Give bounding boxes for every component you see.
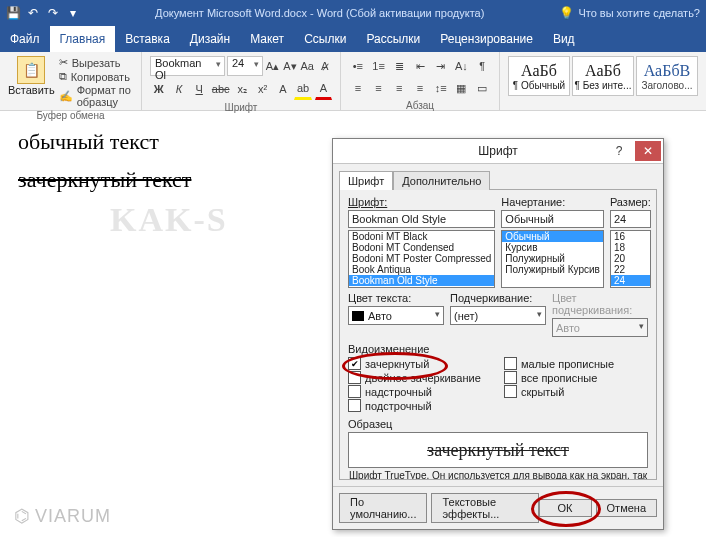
font-color-combo[interactable]: Авто	[348, 306, 444, 325]
list-item[interactable]: Курсив	[502, 242, 603, 253]
list-item[interactable]: Bodoni MT Poster Compressed	[349, 253, 494, 264]
list-item[interactable]: Book Antiqua	[349, 264, 494, 275]
dialog-close-icon[interactable]: ✕	[635, 141, 661, 161]
font-size-select[interactable]: 24	[227, 56, 263, 76]
font-name-list[interactable]: Bodoni MT Black Bodoni MT Condensed Bodo…	[348, 230, 495, 288]
text-effects-button[interactable]: Текстовые эффекты...	[431, 493, 538, 523]
font-size-list[interactable]: 16 18 20 22 24	[610, 230, 651, 288]
strike-button[interactable]: abc	[211, 79, 231, 99]
tell-me-label[interactable]: Что вы хотите сделать?	[578, 7, 700, 19]
chk-smallcaps[interactable]: малые прописные	[504, 357, 648, 370]
font-style-input[interactable]: Обычный	[501, 210, 604, 228]
text-effects-icon[interactable]: A	[274, 79, 291, 99]
copy-button[interactable]: ⧉Копировать	[59, 70, 133, 83]
list-item-selected[interactable]: Bookman Old Style	[349, 275, 494, 286]
cut-button[interactable]: ✂Вырезать	[59, 56, 133, 69]
checkbox-icon	[504, 371, 517, 384]
align-left-icon[interactable]: ≡	[349, 78, 367, 98]
default-button[interactable]: По умолчанию...	[339, 493, 427, 523]
underline-label: Подчеркивание:	[450, 292, 546, 304]
list-item-selected[interactable]: 24	[611, 275, 650, 286]
tab-view[interactable]: Вид	[543, 26, 585, 52]
inc-indent-icon[interactable]: ⇥	[432, 56, 450, 76]
list-item[interactable]: Полужирный	[502, 253, 603, 264]
watermark: KAK-S	[110, 201, 228, 239]
change-case-icon[interactable]: Aa	[300, 56, 315, 76]
chk-hidden[interactable]: скрытый	[504, 385, 648, 398]
save-icon[interactable]: 💾	[6, 6, 20, 20]
tab-references[interactable]: Ссылки	[294, 26, 356, 52]
shading-icon[interactable]: ▦	[453, 78, 471, 98]
style-no-spacing[interactable]: АаБб¶ Без инте...	[572, 56, 634, 96]
redo-icon[interactable]: ↷	[46, 6, 60, 20]
list-item[interactable]: Bodoni MT Black	[349, 231, 494, 242]
logo-icon: ⌬	[14, 505, 31, 527]
list-item[interactable]: 16	[611, 231, 650, 242]
tab-file[interactable]: Файл	[0, 26, 50, 52]
dec-indent-icon[interactable]: ⇤	[411, 56, 429, 76]
line-spacing-icon[interactable]: ↕≡	[432, 78, 450, 98]
style-heading[interactable]: АаБбВЗаголово...	[636, 56, 698, 96]
shrink-font-icon[interactable]: A▾	[282, 56, 297, 76]
paste-label: Вставить	[8, 84, 55, 96]
font-color-label: Цвет текста:	[348, 292, 444, 304]
font-size-label: Размер:	[610, 196, 651, 208]
superscript-button[interactable]: x²	[254, 79, 271, 99]
list-item[interactable]: Bodoni MT Condensed	[349, 242, 494, 253]
highlight-circle-ok	[531, 491, 601, 527]
dialog-help-icon[interactable]: ?	[607, 141, 631, 161]
preview-text: зачеркнутый текст	[427, 440, 569, 461]
font-color-icon[interactable]: A	[315, 78, 332, 100]
font-size-input[interactable]: 24	[610, 210, 651, 228]
underline-button[interactable]: Ч	[191, 79, 208, 99]
bold-button[interactable]: Ж	[150, 79, 167, 99]
list-item[interactable]: Полужирный Курсив	[502, 264, 603, 275]
qat-dropdown-icon[interactable]: ▾	[66, 6, 80, 20]
multilevel-icon[interactable]: ≣	[390, 56, 408, 76]
preview-label: Образец	[348, 418, 648, 430]
chk-allcaps[interactable]: все прописные	[504, 371, 648, 384]
format-painter-button[interactable]: ✍Формат по образцу	[59, 84, 133, 108]
numbering-icon[interactable]: 1≡	[370, 56, 388, 76]
clear-format-icon[interactable]: A̷	[317, 56, 332, 76]
font-style-list[interactable]: Обычный Курсив Полужирный Полужирный Кур…	[501, 230, 604, 288]
font-name-input[interactable]: Bookman Old Style	[348, 210, 495, 228]
font-name-select[interactable]: Bookman Ol	[150, 56, 225, 76]
list-item[interactable]: 18	[611, 242, 650, 253]
grow-font-icon[interactable]: A▴	[265, 56, 280, 76]
show-marks-icon[interactable]: ¶	[473, 56, 491, 76]
align-center-icon[interactable]: ≡	[370, 78, 388, 98]
title-bar: 💾 ↶ ↷ ▾ Документ Microsoft Word.docx - W…	[0, 0, 706, 26]
tab-mailings[interactable]: Рассылки	[356, 26, 430, 52]
tab-review[interactable]: Рецензирование	[430, 26, 543, 52]
chk-super[interactable]: надстрочный	[348, 385, 492, 398]
borders-icon[interactable]: ▭	[473, 78, 491, 98]
style-normal[interactable]: АаБб¶ Обычный	[508, 56, 570, 96]
checkbox-icon	[504, 385, 517, 398]
align-right-icon[interactable]: ≡	[390, 78, 408, 98]
tab-insert[interactable]: Вставка	[115, 26, 180, 52]
chk-sub[interactable]: подстрочный	[348, 399, 492, 412]
paste-button[interactable]: 📋 Вставить	[8, 56, 55, 96]
dialog-tab-advanced[interactable]: Дополнительно	[393, 171, 490, 190]
dialog-tab-font[interactable]: Шрифт	[339, 171, 393, 190]
bullets-icon[interactable]: •≡	[349, 56, 367, 76]
tab-design[interactable]: Дизайн	[180, 26, 240, 52]
underline-combo[interactable]: (нет)	[450, 306, 546, 325]
window-title: Документ Microsoft Word.docx - Word (Сбо…	[155, 7, 484, 19]
italic-button[interactable]: К	[170, 79, 187, 99]
paragraph-group-label: Абзац	[349, 100, 491, 111]
list-item[interactable]: 20	[611, 253, 650, 264]
justify-icon[interactable]: ≡	[411, 78, 429, 98]
subscript-button[interactable]: x₂	[234, 79, 251, 99]
tab-home[interactable]: Главная	[50, 26, 116, 52]
brush-icon: ✍	[59, 90, 73, 103]
cancel-button[interactable]: Отмена	[596, 499, 657, 517]
tab-layout[interactable]: Макет	[240, 26, 294, 52]
list-item[interactable]: 22	[611, 264, 650, 275]
tell-me-icon[interactable]: 💡	[559, 6, 574, 20]
undo-icon[interactable]: ↶	[26, 6, 40, 20]
list-item-selected[interactable]: Обычный	[502, 231, 603, 242]
sort-icon[interactable]: A↓	[453, 56, 471, 76]
highlight-icon[interactable]: ab	[294, 78, 311, 100]
